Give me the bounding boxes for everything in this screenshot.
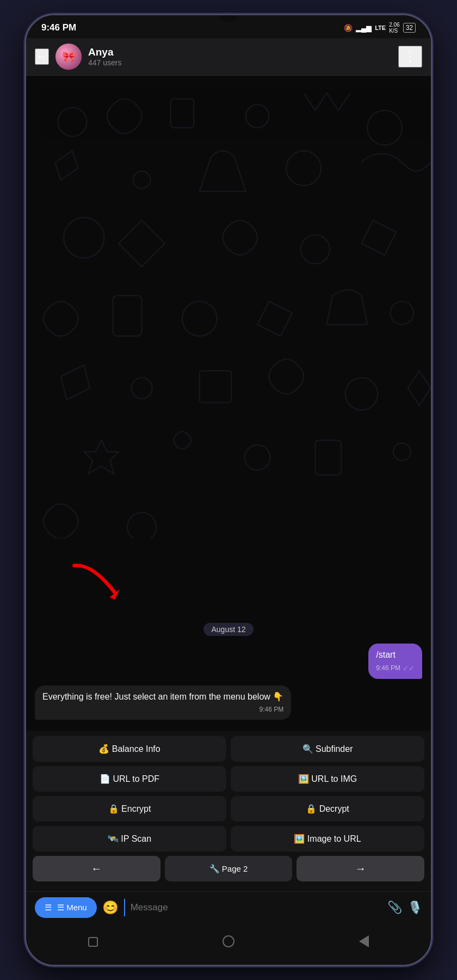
menu-grid-row1: 💰 Balance Info 🔍 Subfinder	[33, 736, 424, 762]
phone-screen: 9:46 PM 🔕 ▂▄▆ LTE 2.06K/S 32 ← 🎀 Anya 44…	[26, 15, 431, 965]
bot-menu: 💰 Balance Info 🔍 Subfinder 📄 URL to PDF …	[26, 731, 431, 891]
mute-icon: 🔕	[344, 24, 353, 32]
lte-label: LTE	[375, 24, 386, 31]
nav-recent-apps-button[interactable]	[77, 933, 109, 953]
prev-page-button[interactable]: ←	[33, 856, 160, 881]
status-time: 9:46 PM	[41, 22, 76, 33]
phone-frame: 9:46 PM 🔕 ▂▄▆ LTE 2.06K/S 32 ← 🎀 Anya 44…	[24, 14, 433, 966]
received-time: 9:46 PM	[260, 705, 284, 714]
battery-label: 32	[403, 23, 416, 33]
image-to-url-button[interactable]: 🖼️ Image to URL	[231, 826, 424, 852]
voice-button[interactable]: 🎙️	[407, 901, 422, 915]
ip-scan-button[interactable]: 🛰️ IP Scan	[33, 826, 226, 852]
page2-button[interactable]: 🔧 Page 2	[165, 856, 293, 881]
input-area: ☰ ☰ Menu 😊 📎 🎙️	[26, 891, 431, 926]
nav-back-button[interactable]	[348, 932, 380, 954]
user-count: 447 users	[88, 58, 392, 67]
attach-button[interactable]: 📎	[387, 901, 402, 915]
sent-text: /start	[376, 650, 396, 659]
avatar-image: 🎀	[55, 44, 82, 70]
next-page-button[interactable]: →	[297, 856, 424, 881]
date-badge: August 12	[203, 623, 253, 636]
status-icons: 🔕 ▂▄▆ LTE 2.06K/S 32	[344, 22, 416, 34]
message-input[interactable]	[124, 899, 382, 916]
nav-bar	[26, 926, 431, 965]
menu-pill-button[interactable]: ☰ ☰ Menu	[35, 897, 97, 918]
sent-bubble: /start 9:46 PM ✓✓	[368, 644, 422, 679]
circle-icon	[223, 935, 234, 947]
received-text: Everything is free! Just select an item …	[42, 692, 283, 701]
menu-row-nav: ← 🔧 Page 2 →	[33, 856, 424, 881]
url-to-img-button[interactable]: 🖼️ URL to IMG	[231, 766, 424, 792]
back-button[interactable]: ←	[35, 48, 49, 65]
read-receipts: ✓✓	[403, 664, 415, 673]
subfinder-button[interactable]: 🔍 Subfinder	[231, 736, 424, 762]
sent-meta: 9:46 PM ✓✓	[376, 664, 415, 673]
chat-area: August 12 /start 9:46 PM ✓✓ Everything i…	[26, 76, 431, 731]
decrypt-button[interactable]: 🔒 Decrypt	[231, 796, 424, 822]
square-icon	[88, 937, 98, 947]
more-options-button[interactable]: ⋮	[398, 46, 422, 68]
chat-messages: August 12 /start 9:46 PM ✓✓ Everything i…	[26, 76, 431, 731]
menu-icon: ☰	[45, 903, 52, 912]
back-triangle-icon	[359, 935, 369, 947]
received-message-row: Everything is free! Just select an item …	[35, 685, 422, 720]
received-bubble: Everything is free! Just select an item …	[35, 685, 291, 720]
menu-pill-label: ☰ Menu	[57, 903, 87, 912]
menu-grid-row4: 🛰️ IP Scan 🖼️ Image to URL	[33, 826, 424, 852]
url-to-pdf-button[interactable]: 📄 URL to PDF	[33, 766, 226, 792]
notch	[220, 15, 237, 22]
sent-message-row: /start 9:46 PM ✓✓	[35, 644, 422, 679]
encrypt-button[interactable]: 🔒 Encrypt	[33, 796, 226, 822]
menu-grid-row3: 🔒 Encrypt 🔒 Decrypt	[33, 796, 424, 822]
menu-grid-row2: 📄 URL to PDF 🖼️ URL to IMG	[33, 766, 424, 792]
nav-home-button[interactable]	[212, 932, 245, 954]
chat-header: ← 🎀 Anya 447 users ⋮	[26, 38, 431, 76]
received-meta: 9:46 PM	[42, 705, 283, 714]
data-speed: 2.06K/S	[389, 22, 399, 34]
chat-name: Anya	[88, 46, 392, 58]
signal-bars: ▂▄▆	[356, 24, 372, 32]
emoji-button[interactable]: 😊	[102, 900, 119, 915]
balance-info-button[interactable]: 💰 Balance Info	[33, 736, 226, 762]
header-info: Anya 447 users	[88, 46, 392, 67]
avatar: 🎀	[55, 44, 82, 70]
sent-time: 9:46 PM	[376, 664, 400, 673]
